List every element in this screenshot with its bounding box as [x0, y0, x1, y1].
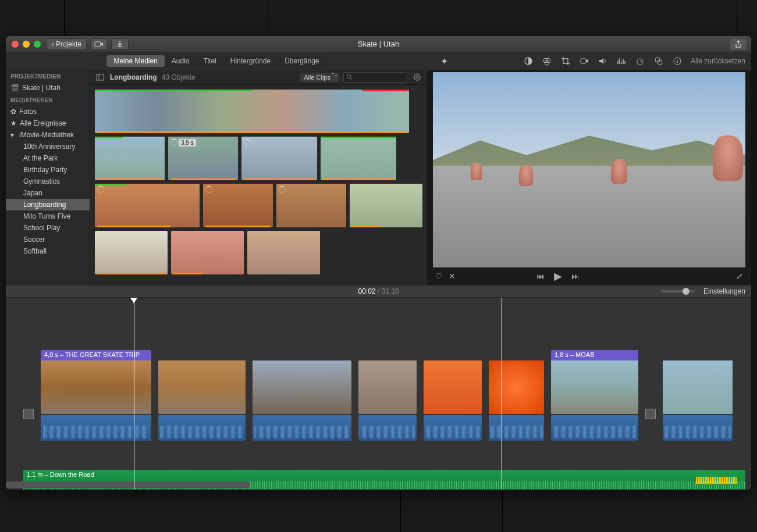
timeline-clip[interactable]	[253, 350, 351, 443]
clip-thumbnail[interactable]	[350, 184, 422, 227]
sidebar-event[interactable]: School Play	[6, 222, 90, 234]
info-icon[interactable]	[672, 56, 683, 66]
sidebar: Projektmedien 🎬 Skate | Utah MEDIATHEKEN…	[6, 70, 90, 285]
sidebar-event[interactable]: Birthday Party	[6, 164, 90, 176]
search-input[interactable]	[343, 72, 407, 83]
clip-thumbnail[interactable]	[95, 137, 165, 180]
spacer	[489, 350, 544, 360]
favorite-bar	[95, 137, 123, 138]
sidebar-event[interactable]: Gymnastics	[6, 176, 90, 187]
sidebar-header-libraries: MEDIATHEKEN	[6, 94, 90, 106]
sidebar-event[interactable]: 10th Anniversary	[6, 141, 90, 152]
used-indicator	[97, 131, 407, 133]
tab-backgrounds[interactable]: Hintergründe	[223, 55, 278, 67]
loading-icon	[244, 139, 251, 146]
stabilization-icon[interactable]	[579, 56, 589, 66]
horizontal-scrollbar[interactable]	[6, 481, 250, 488]
disclosure-triangle-icon[interactable]: ▾	[10, 131, 16, 139]
clip-thumbnail[interactable]	[321, 137, 396, 180]
play-button[interactable]: ▶	[554, 270, 562, 283]
transition-icon[interactable]	[23, 409, 34, 419]
timeline-clip[interactable]	[424, 350, 482, 443]
tab-my-media[interactable]: Meine Medien	[106, 55, 164, 67]
filter-icon[interactable]	[653, 56, 664, 66]
minimize-button[interactable]	[23, 41, 30, 48]
playhead[interactable]	[134, 298, 134, 490]
clip-thumbnail[interactable]: 3,9 s	[168, 137, 238, 180]
timeline-clip[interactable]	[489, 350, 544, 443]
timeline-clip[interactable]	[358, 350, 417, 443]
speed-icon[interactable]	[635, 56, 645, 66]
clip-filter-select[interactable]: Alle Clips	[300, 73, 339, 82]
svg-rect-10	[97, 74, 104, 80]
fullscreen-button[interactable]: ⤢	[736, 272, 743, 281]
favorite-bar	[321, 137, 396, 138]
gear-icon[interactable]	[412, 72, 422, 83]
noise-reduction-icon[interactable]	[616, 56, 627, 66]
sidebar-project-item[interactable]: 🎬 Skate | Utah	[6, 82, 90, 94]
sidebar-event[interactable]: Soccer	[6, 234, 90, 245]
tab-transitions[interactable]: Übergänge	[278, 55, 326, 67]
video-track: 4,0 s – THE GREAT SKATE TRIP	[23, 350, 751, 443]
sidebar-imovie-library[interactable]: ▾ iMovie-Mediathek	[6, 129, 90, 141]
clip-thumbnail[interactable]	[171, 231, 244, 274]
sidebar-toggle-icon[interactable]	[95, 72, 105, 83]
zoom-slider[interactable]	[660, 290, 695, 292]
clip-audio-waveform[interactable]	[253, 415, 351, 441]
clip-thumbnails[interactable]: 3,9 s	[90, 85, 427, 285]
timeline-clip[interactable]: 4,0 s – THE GREAT SKATE TRIP	[41, 350, 151, 443]
title-overlay[interactable]: 4,0 s – THE GREAT SKATE TRIP	[41, 350, 151, 360]
tab-titles[interactable]: Titel	[197, 55, 223, 67]
title-overlay[interactable]: 1,8 s – MOAB	[551, 350, 638, 360]
sidebar-all-events[interactable]: ★ Alle Ereignisse	[6, 117, 90, 129]
clip-audio-waveform[interactable]	[663, 415, 733, 441]
clip-audio-waveform[interactable]	[489, 415, 544, 441]
sidebar-event[interactable]: Japan	[6, 187, 90, 199]
viewer-canvas[interactable]	[433, 72, 745, 267]
color-balance-icon[interactable]	[523, 56, 534, 66]
timeline-clip[interactable]	[663, 350, 733, 443]
sidebar-event-selected[interactable]: Longboarding	[6, 199, 90, 210]
timeline[interactable]: 4,0 s – THE GREAT SKATE TRIP	[6, 298, 751, 490]
projects-back-button[interactable]: ‹ Projekte	[47, 38, 87, 50]
clip-thumb	[253, 360, 351, 414]
timeline-settings-button[interactable]: Einstellungen	[703, 287, 745, 295]
clip-thumbnail[interactable]	[203, 184, 273, 227]
media-import-button[interactable]	[90, 38, 108, 50]
clip-audio-waveform[interactable]	[424, 415, 482, 441]
maximize-button[interactable]	[34, 41, 41, 48]
sidebar-photos[interactable]: ✿ Fotos	[6, 106, 90, 117]
clip-thumbnail[interactable]	[241, 137, 317, 180]
reject-button[interactable]: ✕	[449, 272, 456, 281]
clip-audio-waveform[interactable]	[551, 415, 638, 441]
reset-all-button[interactable]: Alle zurücksetzen	[691, 57, 745, 65]
clip-audio-waveform[interactable]	[158, 415, 246, 441]
auto-enhance-button[interactable]: ✦	[439, 56, 449, 66]
clip-thumbnail[interactable]	[95, 90, 409, 133]
volume-icon[interactable]	[598, 56, 608, 66]
clip-thumbnail[interactable]	[247, 231, 320, 274]
prev-frame-button[interactable]: ⏮	[536, 272, 545, 281]
close-button[interactable]	[12, 41, 19, 48]
favorite-button[interactable]: ♡	[435, 272, 443, 281]
share-button[interactable]	[730, 38, 747, 50]
next-frame-button[interactable]: ⏭	[571, 272, 580, 281]
sidebar-event[interactable]: Softball	[6, 245, 90, 257]
color-correction-icon[interactable]	[542, 56, 552, 66]
clip-thumbnail[interactable]	[276, 184, 346, 227]
clip-audio-waveform[interactable]	[41, 415, 151, 441]
tab-audio[interactable]: Audio	[165, 55, 197, 67]
spacer	[253, 350, 351, 360]
sidebar-event[interactable]: At the Park	[6, 152, 90, 164]
timeline-clip[interactable]	[158, 350, 246, 443]
clip-thumbnail[interactable]	[95, 231, 168, 274]
timeline-clip[interactable]: 1,8 s – MOAB	[551, 350, 638, 443]
clip-audio-waveform[interactable]	[358, 415, 417, 441]
download-button[interactable]	[111, 38, 129, 50]
transition-icon[interactable]	[645, 409, 656, 419]
callout-line	[502, 490, 503, 532]
sidebar-event[interactable]: Milo Turns Five	[6, 210, 90, 222]
crop-icon[interactable]	[560, 56, 571, 66]
clip-thumbnail[interactable]	[95, 184, 200, 227]
window-controls	[12, 41, 41, 48]
